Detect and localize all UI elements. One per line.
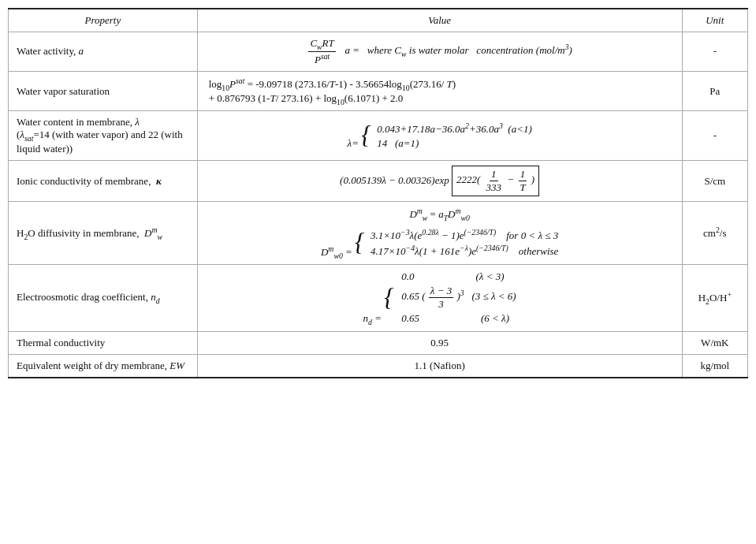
table-row: Water content in membrane, λ (λsat=14 (w…	[9, 111, 748, 161]
header-value: Value	[197, 9, 682, 32]
property-h2o-diff: H2O diffusivity in membrane, Dmw	[9, 202, 198, 265]
table-row: Thermal conductivity 0.95 W/mK	[9, 331, 748, 354]
table-row: Water activity, a CwRT Psat a = where Cw…	[9, 32, 748, 72]
unit-h2o-diff: cm2/s	[682, 202, 747, 265]
value-ionic-cond: (0.005139λ − 0.00326)exp 2222( 1 333 − 1…	[197, 161, 682, 202]
unit-equiv-weight: kg/mol	[682, 354, 747, 378]
value-thermal-cond: 0.95	[197, 331, 682, 354]
table-row: Water vapor saturation log10Psat = -9.09…	[9, 71, 748, 111]
property-electro-drag: Electroosmotic drag coefficient, nd	[9, 265, 198, 332]
property-equiv-weight: Equivalent weight of dry membrane, EW	[9, 354, 198, 378]
property-water-content: Water content in membrane, λ (λsat=14 (w…	[9, 111, 198, 161]
property-water-vapor: Water vapor saturation	[9, 71, 198, 111]
value-water-content: λ= 0.043+17.18a−36.0a2+36.0a3 (a<1) 14 (…	[197, 111, 682, 161]
value-electro-drag: nd = 0.0 (λ < 3) 0.65 ( λ − 3 3	[197, 265, 682, 332]
table-row: Ionic conductivity of membrane, κ (0.005…	[9, 161, 748, 202]
value-equiv-weight: 1.1 (Nafion)	[197, 354, 682, 378]
table-row: Electroosmotic drag coefficient, nd nd =…	[9, 265, 748, 332]
property-thermal-cond: Thermal conductivity	[9, 331, 198, 354]
unit-water-vapor: Pa	[682, 71, 747, 111]
table-row: H2O diffusivity in membrane, Dmw Dmw = a…	[9, 202, 748, 265]
value-h2o-diff: Dmw = aTDmw0 Dmw0 = 3.1×10−3λ(e0.28λ − 1…	[197, 202, 682, 265]
value-water-vapor: log10Psat = -9.09718 (273.16/T-1) - 3.56…	[197, 71, 682, 111]
table-row: Equivalent weight of dry membrane, EW 1.…	[9, 354, 748, 378]
header-unit: Unit	[682, 9, 747, 32]
value-water-activity: CwRT Psat a = where Cw is water molar co…	[197, 32, 682, 72]
header-property: Property	[9, 9, 198, 32]
unit-water-activity: -	[682, 32, 747, 72]
unit-thermal-cond: W/mK	[682, 331, 747, 354]
unit-electro-drag: H2O/H+	[682, 265, 747, 332]
property-ionic-cond: Ionic conductivity of membrane, κ	[9, 161, 198, 202]
property-water-activity: Water activity, a	[9, 32, 198, 72]
unit-water-content: -	[682, 111, 747, 161]
unit-ionic-cond: S/cm	[682, 161, 747, 202]
